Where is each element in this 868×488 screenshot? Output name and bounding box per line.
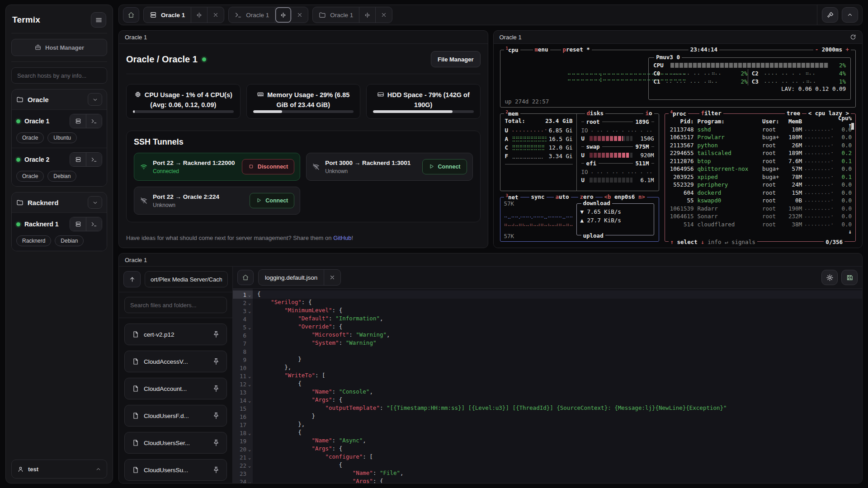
close-tab-button[interactable] bbox=[376, 7, 392, 23]
close-tab-button[interactable] bbox=[208, 7, 224, 23]
tab-label-area[interactable]: Oracle 1 bbox=[229, 7, 275, 23]
file-item[interactable]: CloudUsersSu... bbox=[124, 459, 227, 481]
code-line[interactable] bbox=[253, 347, 862, 356]
pin-icon[interactable] bbox=[212, 357, 220, 366]
home-button[interactable] bbox=[123, 7, 139, 23]
menu-label[interactable]: menu bbox=[533, 46, 550, 53]
editor-home-button[interactable] bbox=[237, 270, 254, 285]
code-line[interactable]: "Serilog": { bbox=[253, 299, 862, 307]
auto-label[interactable]: auto bbox=[554, 193, 571, 200]
sort-control[interactable]: < cpu lazy > bbox=[807, 110, 851, 117]
code-line[interactable]: }, bbox=[253, 421, 862, 429]
github-link[interactable]: GitHub bbox=[333, 235, 351, 241]
editor-settings-button[interactable] bbox=[821, 270, 838, 285]
pin-icon[interactable] bbox=[212, 412, 220, 420]
open-server-view-button[interactable] bbox=[70, 153, 86, 166]
tab-label-area[interactable]: Oracle 1 bbox=[313, 7, 359, 23]
folder-header[interactable]: Racknerd bbox=[12, 192, 107, 212]
folder-header[interactable]: Oracle bbox=[12, 89, 107, 109]
process-row[interactable]: 1061539Radarrroot190M⠄⠄⠄⠄⠄⠄⠄⠄⠂0.0 bbox=[670, 205, 852, 213]
fold-icon[interactable]: ⌄ bbox=[246, 300, 253, 305]
open-terminal-button[interactable] bbox=[86, 153, 102, 166]
file-search-input[interactable] bbox=[124, 297, 227, 313]
open-terminal-button[interactable] bbox=[86, 114, 102, 128]
split-tab-button[interactable] bbox=[191, 7, 208, 23]
tab-2[interactable]: Oracle 1 bbox=[228, 7, 308, 23]
fold-icon[interactable]: ⌄ bbox=[246, 479, 253, 484]
file-item[interactable]: CloudUsersSer... bbox=[124, 432, 227, 454]
code-line[interactable]: "Name": "Console", bbox=[253, 388, 862, 396]
host-item[interactable]: Racknerd 1RacknerdDebian bbox=[12, 212, 107, 251]
split-tab-button[interactable] bbox=[359, 7, 376, 23]
code-line[interactable]: }, bbox=[253, 364, 862, 372]
process-row[interactable]: 2113567pythonroot26M⠄⠄⠄⠄⠄⠄⠄⠄⠂0.0 bbox=[670, 141, 852, 150]
fold-icon[interactable]: ⌄ bbox=[246, 325, 253, 330]
code-line[interactable]: "MinimumLevel": { bbox=[253, 307, 862, 315]
file-item[interactable]: cert-v2.p12 bbox=[124, 324, 227, 345]
disconnect-button[interactable]: Disconnect bbox=[242, 159, 294, 174]
tab-3[interactable]: Oracle 1 bbox=[312, 7, 392, 23]
fold-icon[interactable]: ⌄ bbox=[246, 398, 253, 403]
zero-label[interactable]: zero bbox=[578, 193, 595, 200]
fold-icon[interactable]: ⌄ bbox=[246, 455, 253, 460]
connect-button[interactable]: Connect bbox=[422, 159, 467, 174]
editor-tab[interactable]: logging.default.json bbox=[258, 269, 341, 286]
folder-collapse-button[interactable] bbox=[88, 196, 102, 209]
editor-code[interactable]: { "Serilog": { "MinimumLevel": { "Defaul… bbox=[253, 289, 862, 483]
sync-label[interactable]: sync bbox=[529, 193, 547, 200]
code-line[interactable]: "System": "Warning" bbox=[253, 339, 862, 347]
connect-button[interactable]: Connect bbox=[250, 193, 294, 208]
process-row[interactable]: 1064956qbittorrent-noxbuga+57M⠄⠄⠄⠄⠄⠄⠄⠄⠂0… bbox=[670, 165, 852, 173]
preset-label[interactable]: preset * bbox=[561, 46, 592, 53]
tools-button[interactable] bbox=[822, 7, 838, 23]
save-file-button[interactable] bbox=[841, 270, 858, 285]
split-tab-button[interactable] bbox=[275, 7, 292, 23]
user-menu[interactable]: test bbox=[11, 460, 107, 479]
close-tab-button[interactable] bbox=[292, 7, 308, 23]
code-line[interactable]: { bbox=[253, 461, 862, 469]
open-server-view-button[interactable] bbox=[70, 217, 86, 231]
terminal-view[interactable]: 1cpu menu preset * 23:44:14 - 2000ms + ⠒… bbox=[494, 44, 863, 248]
code-line[interactable]: { bbox=[253, 429, 862, 437]
pin-icon[interactable] bbox=[212, 466, 220, 474]
sidebar-menu-button[interactable] bbox=[91, 12, 106, 28]
fold-icon[interactable]: ⌄ bbox=[246, 447, 253, 452]
file-item[interactable]: CloudUsersF.d... bbox=[124, 405, 227, 427]
host-item[interactable]: Oracle 2OracleDebian bbox=[12, 148, 107, 186]
process-row[interactable]: 514cloudflaredroot38M⠄⠄⠄⠄⠄⠄⠄⠄⠂0.0 bbox=[670, 221, 852, 229]
process-row[interactable]: 1064615Sonarrroot232M⠄⠄⠄⠄⠄⠄⠄⠄⠂0.0 bbox=[670, 212, 852, 221]
collapse-button[interactable] bbox=[842, 7, 858, 23]
code-line[interactable]: "Default": "Information", bbox=[253, 315, 862, 323]
fold-icon[interactable]: ⌄ bbox=[246, 382, 253, 387]
interval-control[interactable]: - 2000ms + bbox=[813, 46, 851, 53]
open-server-view-button[interactable] bbox=[70, 114, 86, 128]
fold-icon[interactable]: ⌄ bbox=[246, 431, 253, 436]
proc-scrollbar-thumb[interactable] bbox=[851, 123, 854, 130]
close-editor-tab-button[interactable] bbox=[324, 270, 340, 285]
refresh-icon[interactable] bbox=[850, 34, 856, 40]
process-row[interactable]: 2294655tailscaledroot189M⠄⠄⠄⠄⠄⠄⠄⠄⠂0.2 bbox=[670, 149, 852, 157]
code-line[interactable]: } bbox=[253, 356, 862, 364]
file-manager-button[interactable]: File Manager bbox=[431, 51, 480, 67]
pin-icon[interactable] bbox=[212, 439, 220, 447]
code-editor[interactable]: 1⌄2⌄3⌄45⌄67891011⌄12⌄1314⌄15161718⌄1920⌄… bbox=[233, 289, 862, 483]
filter-label[interactable]: filter bbox=[699, 110, 723, 117]
tree-label[interactable]: tree bbox=[785, 110, 802, 117]
code-line[interactable]: "Args": { bbox=[253, 478, 862, 483]
process-row[interactable]: 2112876btoproot7.6M⠄⠄⠄⠄⠄⠄⠄⠄⠂0.1 bbox=[670, 157, 852, 165]
process-row[interactable]: 604dockerdroot15M⠄⠄⠄⠄⠄⠄⠄⠄⠂0.0 bbox=[670, 189, 852, 197]
process-row[interactable]: 2113748sshdroot10M⠄⠄⠄⠄⠄⠄⠄⠄⠂0.0 bbox=[670, 126, 852, 134]
tab-1[interactable]: Oracle 1 bbox=[143, 7, 224, 23]
code-line[interactable]: "Args": { bbox=[253, 445, 862, 453]
code-line[interactable]: "outputTemplate": "[{Timestamp:HH:mm:ss}… bbox=[253, 404, 862, 413]
fold-icon[interactable]: ⌄ bbox=[246, 463, 253, 468]
process-row[interactable]: 552329peripheryroot24M⠄⠄⠄⠄⠄⠄⠄⠄⠂0.0 bbox=[670, 181, 852, 189]
folder-collapse-button[interactable] bbox=[88, 93, 102, 106]
proc-rows[interactable]: 2113748sshdroot10M⠄⠄⠄⠄⠄⠄⠄⠄⠂0.01063517Pro… bbox=[670, 126, 852, 229]
process-row[interactable]: 55kswapd0root0B⠄⠄⠄⠄⠄⠄⠄⠄⠂0.0 bbox=[670, 197, 852, 205]
fold-icon[interactable]: ⌄ bbox=[246, 374, 253, 379]
path-input[interactable] bbox=[145, 271, 228, 287]
up-directory-button[interactable] bbox=[123, 271, 141, 287]
code-line[interactable]: } bbox=[253, 413, 862, 421]
code-line[interactable]: { bbox=[253, 291, 862, 299]
